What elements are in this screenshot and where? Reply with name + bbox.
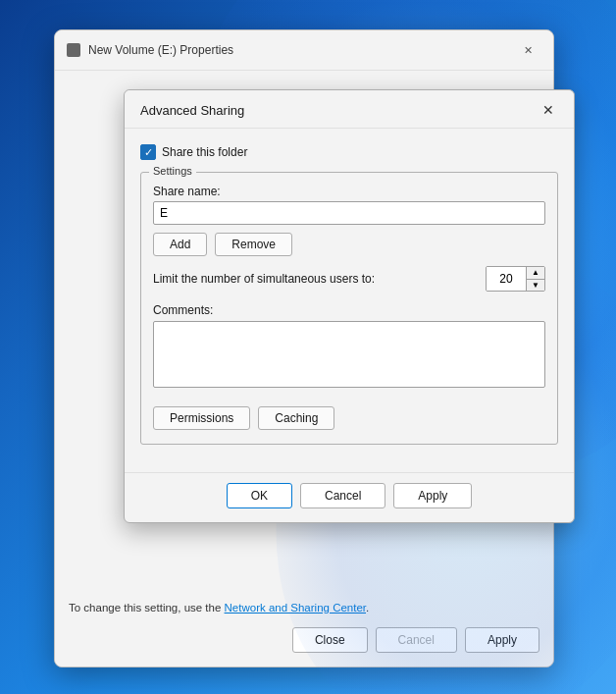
caching-button[interactable]: Caching — [258, 406, 334, 430]
advanced-sharing-dialog: Advanced Sharing ✕ ✓ Share this folder S… — [124, 89, 575, 523]
add-button[interactable]: Add — [153, 233, 207, 256]
dialog-footer: OK Cancel Apply — [125, 472, 574, 522]
share-name-field: Share name: — [153, 185, 545, 225]
network-sharing-center-link[interactable]: Network and Sharing Center — [225, 602, 366, 614]
props-footer: Close Cancel Apply — [69, 627, 539, 653]
props-close-button[interactable]: Close — [292, 627, 368, 653]
dialog-body: ✓ Share this folder Settings Share name:… — [125, 129, 574, 472]
remove-button[interactable]: Remove — [215, 233, 292, 256]
share-name-label: Share name: — [153, 185, 545, 198]
props-apply-button[interactable]: Apply — [465, 627, 539, 653]
dialog-cancel-button[interactable]: Cancel — [300, 483, 385, 508]
users-limit-row: Limit the number of simultaneous users t… — [153, 266, 545, 292]
share-folder-label: Share this folder — [162, 145, 247, 159]
permissions-button[interactable]: Permissions — [153, 406, 250, 430]
titlebar-left: New Volume (E:) Properties — [67, 43, 233, 57]
spinner-down-button[interactable]: ▼ — [527, 279, 544, 291]
comments-textarea[interactable] — [153, 321, 545, 388]
comments-label: Comments: — [153, 303, 545, 317]
add-remove-row: Add Remove — [153, 233, 545, 256]
dialog-apply-button[interactable]: Apply — [393, 483, 472, 508]
share-folder-row: ✓ Share this folder — [140, 144, 558, 160]
titlebar-controls: ✕ — [514, 40, 541, 60]
users-spinner-input[interactable] — [487, 267, 526, 291]
properties-bottom: To change this setting, use the Network … — [55, 592, 553, 667]
window-icon — [67, 43, 80, 57]
users-spinner: ▲ ▼ — [486, 266, 545, 292]
properties-window: New Volume (E:) Properties ✕ Advanced Sh… — [54, 29, 554, 667]
notice-prefix: To change this setting, use the — [69, 602, 225, 614]
permissions-caching-row: Permissions Caching — [153, 406, 545, 430]
settings-group-label: Settings — [149, 165, 196, 177]
spinner-up-button[interactable]: ▲ — [527, 267, 544, 279]
dialog-titlebar: Advanced Sharing ✕ — [125, 90, 574, 129]
properties-title: New Volume (E:) Properties — [88, 43, 233, 57]
dialog-ok-button[interactable]: OK — [227, 483, 292, 508]
props-cancel-button[interactable]: Cancel — [376, 627, 457, 653]
share-name-input[interactable] — [153, 201, 545, 225]
dialog-close-button[interactable]: ✕ — [535, 100, 562, 120]
spinner-buttons: ▲ ▼ — [526, 267, 544, 291]
properties-titlebar: New Volume (E:) Properties ✕ — [55, 30, 553, 71]
properties-close-button[interactable]: ✕ — [514, 40, 541, 60]
share-folder-checkbox[interactable]: ✓ — [140, 144, 156, 160]
notice-text: To change this setting, use the Network … — [69, 602, 539, 614]
dialog-title: Advanced Sharing — [140, 103, 244, 118]
settings-group: Settings Share name: Add Remove Limit th… — [140, 172, 558, 445]
notice-suffix: . — [366, 602, 369, 614]
users-limit-label: Limit the number of simultaneous users t… — [153, 272, 478, 286]
